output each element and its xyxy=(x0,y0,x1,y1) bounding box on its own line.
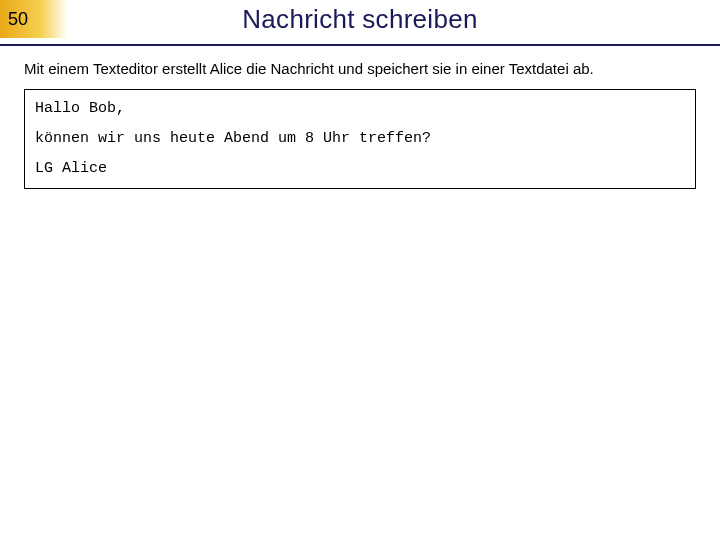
slide-number-box: 50 xyxy=(0,0,68,38)
message-line-1: Hallo Bob, xyxy=(35,100,685,118)
slide-content: Mit einem Texteditor erstellt Alice die … xyxy=(0,46,720,189)
slide-number: 50 xyxy=(8,9,28,30)
slide-header: 50 Nachricht schreiben xyxy=(0,0,720,38)
intro-text: Mit einem Texteditor erstellt Alice die … xyxy=(24,60,696,77)
slide-title: Nachricht schreiben xyxy=(242,4,477,35)
message-line-2: können wir uns heute Abend um 8 Uhr tref… xyxy=(35,130,685,148)
title-area: Nachricht schreiben xyxy=(68,0,720,38)
message-line-3: LG Alice xyxy=(35,160,685,178)
message-box: Hallo Bob, können wir uns heute Abend um… xyxy=(24,89,696,189)
